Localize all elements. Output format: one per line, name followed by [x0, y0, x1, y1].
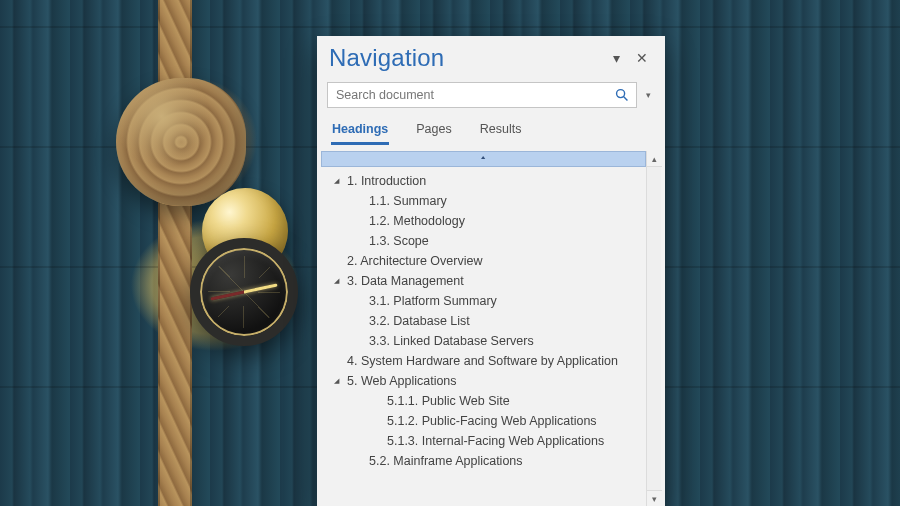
- outline-item-label: 1. Introduction: [347, 174, 426, 188]
- search-icon[interactable]: [612, 85, 632, 105]
- outline-item[interactable]: ▸3.3. Linked Database Servers: [321, 331, 646, 351]
- outline-item[interactable]: ▸1.2. Methodology: [321, 211, 646, 231]
- tab-bar: Headings Pages Results: [317, 114, 665, 145]
- rope-decoration: [158, 0, 192, 506]
- outline-item-label: 5.1.1. Public Web Site: [387, 394, 510, 408]
- outline-container: ◢1. Introduction▸1.1. Summary▸1.2. Metho…: [321, 151, 661, 506]
- caret-down-icon: ▾: [646, 90, 651, 100]
- outline-item-label: 5.1.2. Public-Facing Web Applications: [387, 414, 597, 428]
- svg-point-0: [617, 90, 625, 98]
- search-box[interactable]: [327, 82, 637, 108]
- navigation-panel: Navigation ▾ ✕ ▾: [317, 36, 665, 506]
- outline-item-label: 3.1. Platform Summary: [369, 294, 497, 308]
- tab-results[interactable]: Results: [479, 118, 523, 145]
- chevron-down-icon: ▾: [613, 50, 620, 66]
- outline-item-label: 3.2. Database List: [369, 314, 470, 328]
- search-input[interactable]: [336, 88, 612, 102]
- panel-close-button[interactable]: ✕: [629, 46, 655, 70]
- search-options-button[interactable]: ▾: [641, 82, 655, 108]
- scrollbar[interactable]: ▴ ▾: [646, 151, 661, 506]
- outline-item-label: 1.2. Methodology: [369, 214, 465, 228]
- search-row: ▾: [317, 76, 665, 114]
- outline-item[interactable]: ▸5.2. Mainframe Applications: [321, 451, 646, 471]
- outline-item-label: 5.1.3. Internal-Facing Web Applications: [387, 434, 604, 448]
- scroll-up-button[interactable]: ▴: [647, 151, 662, 167]
- outline-item[interactable]: ▸1.3. Scope: [321, 231, 646, 251]
- outline-item[interactable]: ▸3.2. Database List: [321, 311, 646, 331]
- collapse-caret-icon[interactable]: ◢: [333, 277, 342, 285]
- outline-item[interactable]: ▸2. Architecture Overview: [321, 251, 646, 271]
- panel-options-button[interactable]: ▾: [603, 46, 629, 70]
- outline-top-strip[interactable]: [321, 151, 646, 167]
- rope-knot-decoration: [116, 78, 246, 206]
- outline-item-label: 3.3. Linked Database Servers: [369, 334, 534, 348]
- compass-decoration: [190, 238, 298, 346]
- tab-headings[interactable]: Headings: [331, 118, 389, 145]
- outline-item-label: 3. Data Management: [347, 274, 464, 288]
- outline-tree[interactable]: ◢1. Introduction▸1.1. Summary▸1.2. Metho…: [321, 151, 646, 506]
- outline-item-label: 5.2. Mainframe Applications: [369, 454, 523, 468]
- outline-item[interactable]: ▸1.1. Summary: [321, 191, 646, 211]
- outline-item-label: 1.3. Scope: [369, 234, 429, 248]
- outline-item[interactable]: ◢1. Introduction: [321, 171, 646, 191]
- outline-item[interactable]: ▸5.1.1. Public Web Site: [321, 391, 646, 411]
- panel-title: Navigation: [329, 44, 603, 72]
- svg-line-1: [624, 97, 628, 101]
- outline-item-label: 2. Architecture Overview: [347, 254, 482, 268]
- close-icon: ✕: [636, 50, 648, 66]
- outline-item[interactable]: ▸5.1.2. Public-Facing Web Applications: [321, 411, 646, 431]
- desktop-background: Navigation ▾ ✕ ▾: [0, 0, 900, 506]
- outline-item[interactable]: ◢5. Web Applications: [321, 371, 646, 391]
- outline-item[interactable]: ▸4. System Hardware and Software by Appl…: [321, 351, 646, 371]
- outline-item-label: 1.1. Summary: [369, 194, 447, 208]
- scroll-down-button[interactable]: ▾: [647, 490, 662, 506]
- tab-pages[interactable]: Pages: [415, 118, 452, 145]
- outline-item-label: 5. Web Applications: [347, 374, 457, 388]
- outline-item-label: 4. System Hardware and Software by Appli…: [347, 354, 618, 368]
- panel-header: Navigation ▾ ✕: [317, 36, 665, 76]
- outline-item[interactable]: ▸3.1. Platform Summary: [321, 291, 646, 311]
- outline-item[interactable]: ▸5.1.3. Internal-Facing Web Applications: [321, 431, 646, 451]
- outline-item[interactable]: ◢3. Data Management: [321, 271, 646, 291]
- collapse-caret-icon[interactable]: ◢: [333, 177, 342, 185]
- collapse-caret-icon[interactable]: ◢: [333, 377, 342, 385]
